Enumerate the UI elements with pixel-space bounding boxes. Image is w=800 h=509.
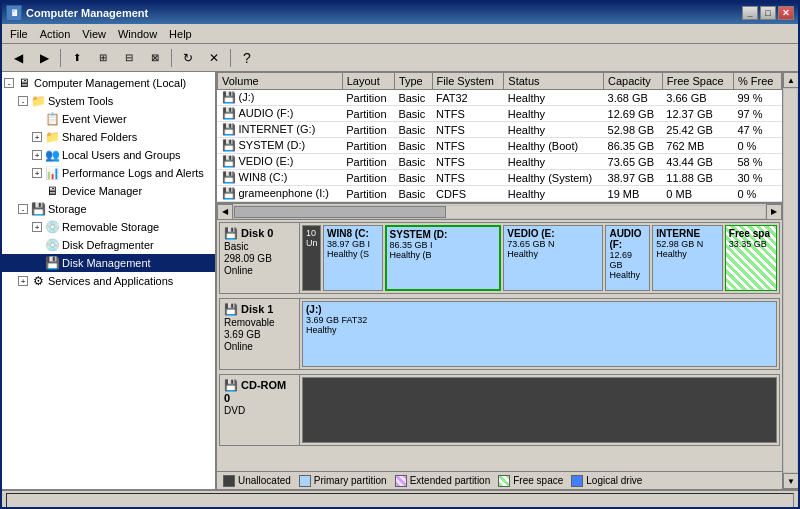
scroll-track[interactable]: [233, 205, 766, 219]
drive-icon: 💾: [222, 155, 236, 167]
menu-window[interactable]: Window: [112, 26, 163, 42]
sidebar-device-manager-label: Device Manager: [62, 185, 142, 197]
sidebar-item-disk-management[interactable]: 💾 Disk Management: [2, 254, 215, 272]
legend-unalloc-label: Unallocated: [238, 475, 291, 486]
scroll-down-button[interactable]: ▼: [783, 473, 799, 489]
sidebar-defrag-label: Disk Defragmenter: [62, 239, 154, 251]
table-row[interactable]: 💾SYSTEM (D:)PartitionBasicNTFSHealthy (B…: [218, 138, 782, 154]
col-layout[interactable]: Layout: [342, 73, 394, 90]
partition-block[interactable]: 10Un: [302, 225, 321, 291]
table-cell: 💾SYSTEM (D:): [218, 138, 343, 154]
table-cell: 43.44 GB: [662, 154, 733, 170]
table-cell: Partition: [342, 106, 394, 122]
computer-icon: 🖥: [16, 75, 32, 91]
properties-button[interactable]: ⊠: [143, 47, 167, 69]
disk-name: 💾 CD-ROM 0: [224, 379, 295, 404]
partition-size: 52.98 GB N: [656, 239, 719, 249]
table-row[interactable]: 💾INTERNET (G:)PartitionBasicNTFSHealthy5…: [218, 122, 782, 138]
device-manager-icon: 🖥: [44, 183, 60, 199]
sidebar-item-system-tools[interactable]: - 📁 System Tools: [2, 92, 215, 110]
sidebar-item-device-manager[interactable]: 🖥 Device Manager: [2, 182, 215, 200]
partition-block[interactable]: [302, 377, 777, 443]
sidebar-root[interactable]: - 🖥 Computer Management (Local): [2, 74, 215, 92]
menu-help[interactable]: Help: [163, 26, 198, 42]
expand-local-users[interactable]: +: [32, 150, 42, 160]
col-pctfree[interactable]: % Free: [733, 73, 781, 90]
status-bar: [2, 489, 798, 509]
legend-swatch-primary: [299, 475, 311, 487]
table-cell: 3.66 GB: [662, 90, 733, 106]
partition-size: 10: [306, 228, 317, 238]
back-button[interactable]: ◀: [6, 47, 30, 69]
sidebar-item-defrag[interactable]: 💿 Disk Defragmenter: [2, 236, 215, 254]
delete-button[interactable]: ✕: [202, 47, 226, 69]
sidebar-item-removable-storage[interactable]: + 💿 Removable Storage: [2, 218, 215, 236]
disk-status: Online: [224, 341, 295, 352]
scroll-thumb[interactable]: [234, 206, 446, 218]
partition-block[interactable]: AUDIO (F:12.69 GBHealthy: [605, 225, 650, 291]
sidebar-item-shared-folders[interactable]: + 📁 Shared Folders: [2, 128, 215, 146]
col-capacity[interactable]: Capacity: [604, 73, 663, 90]
drive-icon: 💾: [222, 123, 236, 135]
expand-storage[interactable]: -: [18, 204, 28, 214]
sidebar-item-storage[interactable]: - 💾 Storage: [2, 200, 215, 218]
maximize-button[interactable]: □: [760, 6, 776, 20]
expand-system-tools[interactable]: -: [18, 96, 28, 106]
legend-primary-label: Primary partition: [314, 475, 387, 486]
disk-info: 💾 CD-ROM 0DVD: [220, 375, 300, 445]
table-cell: 86.35 GB: [604, 138, 663, 154]
table-row[interactable]: 💾VEDIO (E:)PartitionBasicNTFSHealthy73.6…: [218, 154, 782, 170]
help-button[interactable]: ?: [235, 47, 259, 69]
export-button[interactable]: ⊟: [117, 47, 141, 69]
partition-block[interactable]: WIN8 (C:38.97 GB IHealthy (S: [323, 225, 383, 291]
expand-shared-folders[interactable]: +: [32, 132, 42, 142]
menu-file[interactable]: File: [4, 26, 34, 42]
partition-name: WIN8 (C:: [327, 228, 379, 239]
table-scrollbar: ◀ ▶: [217, 204, 782, 220]
partition-block[interactable]: (J:)3.69 GB FAT32Healthy: [302, 301, 777, 367]
v-scroll-track[interactable]: [783, 88, 798, 473]
table-row[interactable]: 💾AUDIO (F:)PartitionBasicNTFSHealthy12.6…: [218, 106, 782, 122]
table-cell: NTFS: [432, 138, 504, 154]
col-status[interactable]: Status: [504, 73, 604, 90]
sidebar-item-perf-logs[interactable]: + 📊 Performance Logs and Alerts: [2, 164, 215, 182]
scroll-up-button[interactable]: ▲: [783, 72, 799, 88]
minimize-button[interactable]: _: [742, 6, 758, 20]
table-cell: Basic: [394, 154, 432, 170]
col-volume[interactable]: Volume: [218, 73, 343, 90]
disk-size: 298.09 GB: [224, 253, 295, 264]
sidebar-root-label: Computer Management (Local): [34, 77, 186, 89]
expand-services[interactable]: +: [18, 276, 28, 286]
disk-row: 💾 Disk 1Removable3.69 GBOnline(J:)3.69 G…: [219, 298, 780, 370]
scroll-left-button[interactable]: ◀: [217, 204, 233, 220]
refresh-button[interactable]: ↻: [176, 47, 200, 69]
scroll-right-button[interactable]: ▶: [766, 204, 782, 220]
sidebar-item-services[interactable]: + ⚙ Services and Applications: [2, 272, 215, 290]
legend-free-label: Free space: [513, 475, 563, 486]
partition-block[interactable]: INTERNE52.98 GB NHealthy: [652, 225, 723, 291]
col-filesystem[interactable]: File System: [432, 73, 504, 90]
up-button[interactable]: ⬆: [65, 47, 89, 69]
col-freespace[interactable]: Free Space: [662, 73, 733, 90]
sidebar-item-local-users[interactable]: + 👥 Local Users and Groups: [2, 146, 215, 164]
partition-block[interactable]: Free spa33.35 GB: [725, 225, 777, 291]
table-row[interactable]: 💾grameenphone (I:)PartitionBasicCDFSHeal…: [218, 186, 782, 202]
sidebar-item-event-viewer[interactable]: 📋 Event Viewer: [2, 110, 215, 128]
partition-size: 86.35 GB I: [390, 240, 497, 250]
expand-removable[interactable]: +: [32, 222, 42, 232]
col-type[interactable]: Type: [394, 73, 432, 90]
partition-size: 12.69 GB: [609, 250, 646, 270]
table-cell: 3.68 GB: [604, 90, 663, 106]
table-row[interactable]: 💾WIN8 (C:)PartitionBasicNTFSHealthy (Sys…: [218, 170, 782, 186]
partition-block[interactable]: VEDIO (E:73.65 GB NHealthy: [503, 225, 603, 291]
expand-perf-logs[interactable]: +: [32, 168, 42, 178]
disk-info: 💾 Disk 1Removable3.69 GBOnline: [220, 299, 300, 369]
menu-action[interactable]: Action: [34, 26, 77, 42]
close-button[interactable]: ✕: [778, 6, 794, 20]
partition-block[interactable]: SYSTEM (D:86.35 GB IHealthy (B: [385, 225, 502, 291]
table-row[interactable]: 💾(J:)PartitionBasicFAT32Healthy3.68 GB3.…: [218, 90, 782, 106]
forward-button[interactable]: ▶: [32, 47, 56, 69]
expand-root[interactable]: -: [4, 78, 14, 88]
show-hide-button[interactable]: ⊞: [91, 47, 115, 69]
menu-view[interactable]: View: [76, 26, 112, 42]
